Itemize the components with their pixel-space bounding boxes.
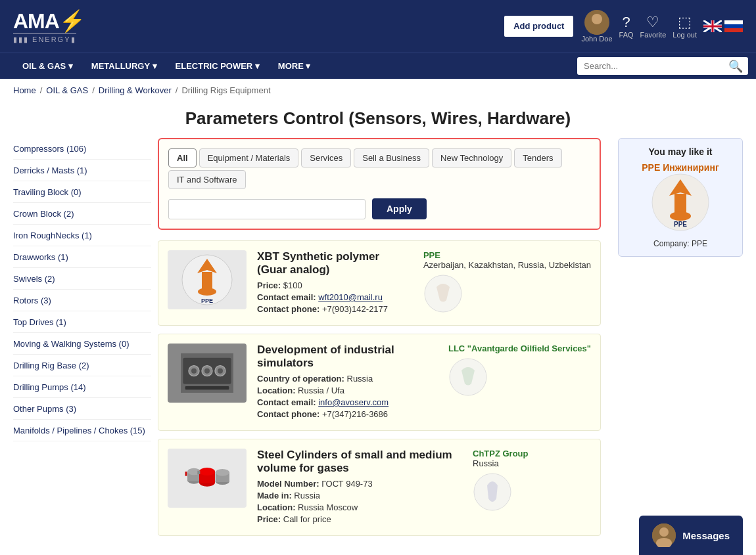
sidebar-item-traviling-block[interactable]: Traviling Block (0) <box>13 181 151 203</box>
breadcrumb-sep-1: / <box>40 85 43 95</box>
product-made-3: Made in: Russia <box>257 491 460 500</box>
sidebar-item-compressors[interactable]: Compressors (106) <box>13 138 151 160</box>
product-title-2[interactable]: Development of industrial simulators <box>257 344 435 370</box>
logo[interactable]: AMA⚡ ▮▮▮ ENERGY▮ <box>13 9 85 44</box>
company-name-3[interactable]: ChTPZ Group <box>473 449 591 458</box>
sidebar-item-rotors[interactable]: Rotors (3) <box>13 290 151 311</box>
you-may-like-title: You may like it <box>626 146 734 157</box>
country-label-2: Country of operation: <box>257 374 347 384</box>
simulator-svg <box>181 347 233 399</box>
product-price-1: Price: $100 <box>257 280 410 290</box>
breadcrumb-home[interactable]: Home <box>13 85 36 95</box>
svg-rect-32 <box>185 472 187 476</box>
nav-link-metallurgy[interactable]: METALLURGY ▾ <box>82 53 166 79</box>
breadcrumb-oil-gas[interactable]: OIL & GAS <box>46 85 88 95</box>
company-name-2[interactable]: LLC "Avantgarde Oilfield Services" <box>448 344 591 353</box>
price-label-1: Price: <box>257 280 283 290</box>
logout-label: Log out <box>673 31 697 39</box>
filter-tab-new-technology[interactable]: New Technology <box>432 148 511 167</box>
add-product-button[interactable]: Add product <box>503 14 575 38</box>
filter-tab-it-software[interactable]: IT and Software <box>168 170 246 189</box>
faq-icon-group[interactable]: ? FAQ <box>619 14 634 39</box>
breadcrumb-sep-2: / <box>92 85 95 95</box>
filter-tab-equipment[interactable]: Equipment / Materials <box>199 148 299 167</box>
sidebar-item-manifolds[interactable]: Manifolds / Pipelines / Chokes (15) <box>13 420 151 441</box>
sidebar-item-moving-walking[interactable]: Moving & Walking Systems (0) <box>13 333 151 355</box>
product-card-3: Steel Cylinders of small and medium volu… <box>158 439 601 536</box>
sidebar-item-swivels[interactable]: Swivels (2) <box>13 268 151 290</box>
nav-link-electric-power[interactable]: ELECTRIC POWER ▾ <box>166 53 269 79</box>
company-label-text: Company: <box>653 239 690 248</box>
messages-label: Messages <box>682 530 730 541</box>
price-value-1: $100 <box>283 280 302 290</box>
product-row-left-1: XBT Synthetic polymer (Guar analog) Pric… <box>257 250 410 316</box>
filter-tab-services[interactable]: Services <box>301 148 351 167</box>
svg-point-25 <box>218 368 223 374</box>
sidebar-item-drawworks[interactable]: Drawworks (1) <box>13 246 151 268</box>
svg-rect-26 <box>185 386 229 389</box>
sidebar-item-drilling-rig-base[interactable]: Drilling Rig Base (2) <box>13 355 151 376</box>
filter-tab-tenders[interactable]: Tenders <box>514 148 561 167</box>
sidebar-item-top-drives[interactable]: Top Drives (1) <box>13 311 151 333</box>
username-label: John Doe <box>581 35 612 43</box>
content-area: All Equipment / Materials Services Sell … <box>158 138 743 544</box>
product-location-3: Location: Russia Moscow <box>257 502 460 512</box>
avatar <box>584 10 609 35</box>
product-title-3[interactable]: Steel Cylinders of small and medium volu… <box>257 449 460 475</box>
ppe-logo-svg: PPE <box>181 254 233 306</box>
search-button[interactable]: 🔍 <box>728 59 743 74</box>
filter-tab-all[interactable]: All <box>168 148 197 167</box>
sidebar: Compressors (106) Derricks / Masts (1) T… <box>13 138 158 544</box>
language-flags[interactable] <box>703 20 743 32</box>
logout-icon-group[interactable]: ⬚ Log out <box>673 14 697 39</box>
phone-value-1: +7(903)142-2177 <box>322 304 388 314</box>
product-row-left-2: Development of industrial simulators Cou… <box>257 344 435 421</box>
sidebar-item-drilling-pumps[interactable]: Drilling Pumps (14) <box>13 376 151 398</box>
nav-item-metallurgy[interactable]: METALLURGY ▾ <box>82 53 166 79</box>
filter-tab-sell-business[interactable]: Sell a Business <box>354 148 429 167</box>
products-section: All Equipment / Materials Services Sell … <box>158 138 601 544</box>
company-logo-1 <box>423 274 463 313</box>
messages-bar[interactable]: Messages <box>639 516 743 544</box>
nav-link-oil-gas[interactable]: OIL & GAS ▾ <box>13 53 82 79</box>
product-phone-1: Contact phone: +7(903)142-2177 <box>257 304 410 314</box>
sidebar-item-crown-block[interactable]: Crown Block (2) <box>13 203 151 225</box>
apply-button[interactable]: Apply <box>372 198 427 219</box>
location-label-3: Location: <box>257 502 298 512</box>
company-info-3: Russia <box>473 458 591 468</box>
company-name-1[interactable]: PPE <box>423 250 591 260</box>
filter-input[interactable] <box>168 199 366 219</box>
product-row-left-3: Steel Cylinders of small and medium volu… <box>257 449 460 526</box>
nav-item-oil-gas[interactable]: OIL & GAS ▾ <box>13 53 82 79</box>
product-title-1[interactable]: XBT Synthetic polymer (Guar analog) <box>257 250 410 277</box>
company-info-1: Azerbaijan, Kazakhstan, Russia, Uzbekist… <box>423 260 591 270</box>
ppe-company-name[interactable]: PPE Инжиниринг <box>626 162 734 173</box>
product-info-3: Steel Cylinders of small and medium volu… <box>257 449 591 526</box>
ru-flag[interactable] <box>724 20 743 32</box>
sidebar-item-derricks[interactable]: Derricks / Masts (1) <box>13 160 151 181</box>
email-link-1[interactable]: wft2010@mail.ru <box>318 292 383 302</box>
sidebar-item-iron-roughnecks[interactable]: Iron RoughNecks (1) <box>13 225 151 246</box>
nav-link-more[interactable]: MORE ▾ <box>269 53 320 79</box>
sidebar-item-other-pumps[interactable]: Other Pupms (3) <box>13 398 151 420</box>
search-input[interactable] <box>577 57 748 75</box>
product-info-1: XBT Synthetic polymer (Guar analog) Pric… <box>257 250 591 316</box>
right-sidebar: You may like it PPE Инжиниринг PPE Compa… <box>611 138 743 544</box>
breadcrumb-drilling[interactable]: Drilling & Workover <box>99 85 172 95</box>
product-email-1: Contact email: wft2010@mail.ru <box>257 292 410 302</box>
email-link-2[interactable]: info@avoserv.com <box>318 397 389 407</box>
ppe-logo: PPE <box>626 173 734 234</box>
location-value-2: Russia / Ufa <box>298 386 344 395</box>
favorite-icon-group[interactable]: ♡ Favorite <box>640 14 667 39</box>
uk-flag[interactable] <box>703 20 722 32</box>
nav-item-more[interactable]: MORE ▾ <box>269 53 320 79</box>
svg-point-23 <box>191 368 197 374</box>
logo-text: AMA⚡ <box>13 9 85 33</box>
product-row-info-3: Steel Cylinders of small and medium volu… <box>257 449 591 526</box>
made-label-3: Made in: <box>257 491 294 500</box>
product-image-3 <box>168 449 247 508</box>
user-profile[interactable]: John Doe <box>581 10 612 43</box>
nav-item-electric-power[interactable]: ELECTRIC POWER ▾ <box>166 53 269 79</box>
breadcrumb-current: Drilling Rigs Equipment <box>181 85 270 95</box>
svg-point-15 <box>198 288 216 296</box>
